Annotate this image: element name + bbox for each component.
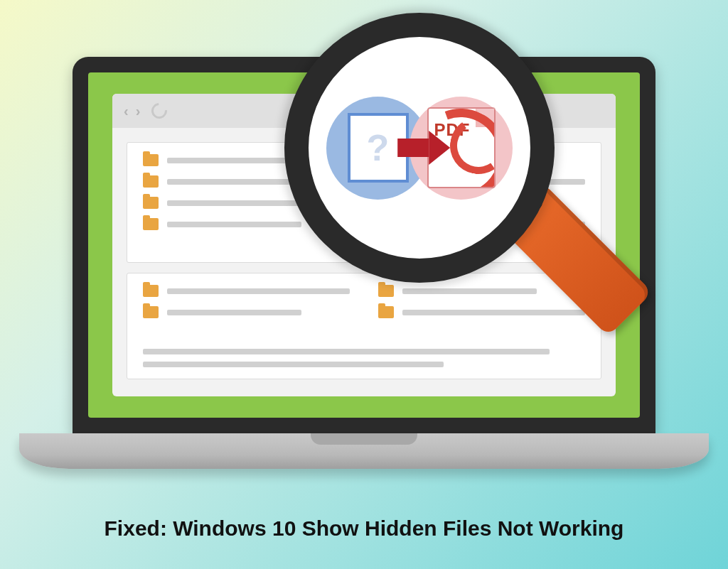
folder-icon <box>143 306 159 318</box>
folder-column-right <box>378 285 585 337</box>
magnifying-glass: ? PDF <box>284 13 555 283</box>
folder-column-left <box>143 285 350 337</box>
placeholder-line <box>143 349 550 354</box>
folder-icon <box>143 197 159 209</box>
panel-footer-lines <box>127 342 601 379</box>
list-item <box>378 306 585 318</box>
arrow-right-icon <box>397 139 429 157</box>
list-item <box>378 285 585 297</box>
laptop-base <box>19 433 709 469</box>
list-item <box>143 306 350 318</box>
placeholder-line <box>402 288 537 294</box>
back-icon: ‹ <box>124 104 129 118</box>
forward-icon: › <box>136 104 141 118</box>
lens-content: ? PDF <box>309 37 530 259</box>
refresh-icon <box>149 100 171 122</box>
folder-icon <box>378 285 394 297</box>
folder-icon <box>378 306 394 318</box>
folder-icon <box>143 154 159 166</box>
folder-icon <box>143 175 159 188</box>
placeholder-line <box>167 310 301 315</box>
folder-icon <box>143 285 159 297</box>
image-caption: Fixed: Windows 10 Show Hidden Files Not … <box>0 516 728 541</box>
placeholder-line <box>167 179 301 185</box>
placeholder-line <box>167 222 301 227</box>
content-panel-bottom <box>127 273 601 379</box>
placeholder-line <box>143 362 444 367</box>
question-mark-icon: ? <box>367 126 390 169</box>
placeholder-line <box>402 310 585 315</box>
magnifier-lens: ? PDF <box>284 13 555 283</box>
placeholder-line <box>167 288 350 294</box>
list-item <box>143 285 350 297</box>
folder-icon <box>143 218 159 230</box>
